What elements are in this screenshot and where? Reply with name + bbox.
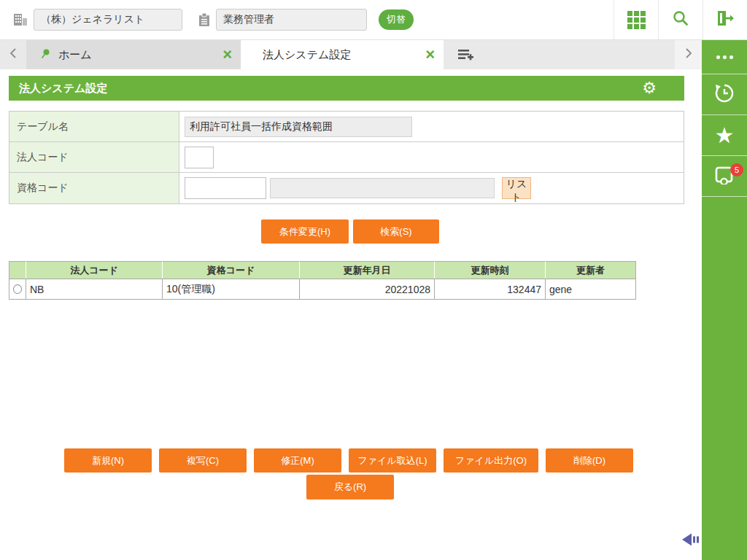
corp-code-input[interactable] — [185, 147, 214, 168]
tab-home-label: ホーム — [58, 48, 92, 62]
logout-button[interactable] — [703, 0, 747, 39]
cell-update-date: 20221028 — [300, 279, 435, 300]
col-qual-code: 資格コード — [163, 261, 300, 279]
sidebar-history-button[interactable] — [702, 74, 747, 115]
header-right — [614, 0, 747, 39]
form-row-corp-code: 法人コード — [9, 142, 684, 173]
tab-corporate-system-settings[interactable]: 法人システム設定 × — [241, 40, 444, 69]
header-left: 切替 — [0, 0, 414, 39]
tab-home[interactable]: ホーム × — [26, 40, 241, 69]
pin-icon — [41, 49, 50, 61]
switch-button[interactable]: 切替 — [379, 9, 414, 30]
new-button[interactable]: 新規(N) — [64, 448, 152, 472]
results-table: 法人コード 資格コード 更新年月日 更新時刻 更新者 NB 10(管理職) 20… — [9, 261, 636, 300]
company-input[interactable] — [34, 9, 182, 31]
table-row: NB 10(管理職) 20221028 132447 gene — [9, 279, 636, 300]
tabbar-spacer — [444, 40, 675, 69]
page-title: 法人システム設定 — [19, 82, 107, 96]
qual-code-label: 資格コード — [9, 173, 179, 203]
back-row: 戻る(R) — [306, 475, 394, 499]
company-icon — [13, 13, 28, 26]
tab-active-close-icon[interactable]: × — [425, 47, 435, 63]
col-updater: 更新者 — [546, 261, 636, 279]
qual-list-button[interactable]: リスト — [502, 177, 531, 199]
back-button[interactable]: 戻る(R) — [306, 475, 394, 499]
cell-corp-code: NB — [26, 279, 163, 300]
main-content: 法人システム設定 ⚙ テーブル名 法人コード 資格コード リスト 条件変更(H) — [0, 69, 702, 560]
qual-code-input[interactable] — [185, 177, 266, 199]
role-icon — [198, 13, 210, 27]
notification-badge: 5 — [730, 163, 743, 176]
corp-code-label: 法人コード — [9, 142, 179, 172]
logout-icon — [716, 9, 735, 30]
settings-gear-icon[interactable]: ⚙ — [642, 80, 657, 96]
tab-bar: ホーム × 法人システム設定 × — [0, 40, 702, 69]
chevron-left-icon — [9, 47, 17, 62]
ellipsis-icon — [716, 55, 733, 59]
results-table-header: 法人コード 資格コード 更新年月日 更新時刻 更新者 — [9, 261, 636, 279]
cell-qual-code: 10(管理職) — [163, 279, 300, 300]
add-tab-icon — [457, 47, 474, 62]
role-input[interactable] — [216, 9, 367, 31]
tabs-scroll-left-button[interactable] — [0, 40, 26, 69]
collapse-panel-arrow-icon[interactable] — [681, 532, 702, 551]
col-update-date: 更新年月日 — [300, 261, 435, 279]
search-execute-button[interactable]: 検索(S) — [353, 219, 439, 244]
sidebar-more-button[interactable] — [702, 40, 747, 74]
record-actions: 新規(N) 複写(C) 修正(M) ファイル取込(L) ファイル出力(O) 削除… — [64, 448, 633, 472]
row-select-radio[interactable] — [13, 284, 22, 294]
col-corp-code: 法人コード — [26, 261, 163, 279]
col-select — [9, 261, 26, 279]
add-tab-button[interactable] — [457, 47, 474, 62]
modify-button[interactable]: 修正(M) — [254, 448, 341, 472]
tabs-scroll-right-button[interactable] — [675, 40, 702, 69]
copy-button[interactable]: 複写(C) — [159, 448, 247, 472]
sidebar-notifications-button[interactable]: 5 — [702, 156, 747, 197]
file-export-button[interactable]: ファイル出力(O) — [444, 448, 538, 472]
cell-update-time: 132447 — [435, 279, 546, 300]
apps-grid-icon — [627, 11, 646, 29]
search-button[interactable] — [658, 0, 703, 39]
table-name-field — [185, 117, 412, 137]
tab-home-close-icon[interactable]: × — [222, 47, 232, 63]
right-sidebar: ★ 5 — [702, 40, 747, 560]
change-condition-button[interactable]: 条件変更(H) — [261, 219, 349, 244]
col-update-time: 更新時刻 — [435, 261, 546, 279]
chevron-right-icon — [685, 47, 692, 62]
cell-updater: gene — [546, 279, 636, 300]
qual-name-field — [270, 178, 495, 198]
search-form: テーブル名 法人コード 資格コード リスト — [9, 111, 684, 204]
form-row-qual-code: 資格コード リスト — [9, 173, 684, 203]
file-import-button[interactable]: ファイル取込(L) — [349, 448, 436, 472]
history-icon — [713, 82, 735, 107]
search-actions: 条件変更(H) 検索(S) — [261, 219, 439, 244]
search-icon — [672, 9, 689, 30]
delete-button[interactable]: 削除(D) — [546, 448, 633, 472]
table-name-label: テーブル名 — [9, 112, 179, 141]
page-title-bar: 法人システム設定 ⚙ — [9, 76, 684, 101]
form-row-table-name: テーブル名 — [9, 112, 684, 142]
star-icon: ★ — [715, 125, 735, 147]
apps-menu-button[interactable] — [614, 0, 658, 39]
app-header: 切替 — [0, 0, 747, 40]
sidebar-favorites-button[interactable]: ★ — [702, 115, 747, 156]
tab-active-label: 法人システム設定 — [263, 48, 351, 62]
